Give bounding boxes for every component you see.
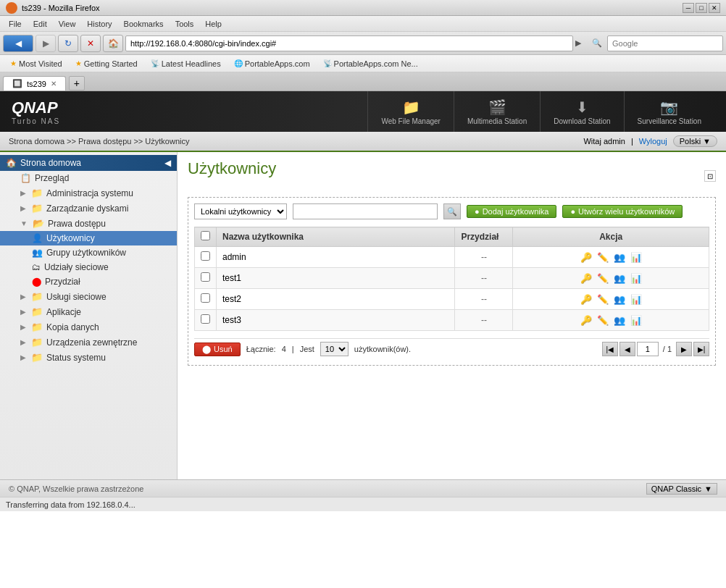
- add-user-btn[interactable]: ● Dodaj użytkownika: [467, 205, 556, 218]
- row-assign-0: --: [455, 247, 513, 268]
- overview-icon: 📋: [20, 173, 31, 183]
- first-page-btn[interactable]: |◀: [602, 342, 618, 356]
- menu-history[interactable]: History: [81, 18, 117, 30]
- action-groups-icon[interactable]: 👥: [612, 271, 627, 285]
- status-bar: Transferring data from 192.168.0.4...: [0, 497, 726, 511]
- menu-tools[interactable]: Tools: [170, 18, 200, 30]
- search-input[interactable]: [293, 203, 438, 219]
- action-groups-icon[interactable]: 👥: [612, 250, 627, 264]
- sidebar-item-access[interactable]: ▼ 📂 Prawa dostępu: [0, 216, 177, 231]
- sidebar-item-disks[interactable]: ▶ 📁 Zarządzanie dyskami: [0, 201, 177, 216]
- nav-surveillance-station[interactable]: 📷 Surveillance Station: [624, 91, 714, 132]
- menu-file[interactable]: File: [3, 18, 28, 30]
- maximize-btn[interactable]: □: [696, 3, 707, 13]
- back-btn[interactable]: ◀: [3, 35, 33, 52]
- delete-label: Usuń: [214, 345, 233, 353]
- sidebar-item-apps[interactable]: ▶ 📁 Aplikacje: [0, 304, 177, 319]
- sidebar-header[interactable]: 🏠 Strona domowa ◀: [0, 155, 177, 171]
- qnap-header: QNAP Turbo NAS 📁 Web File Manager 🎬 Mult…: [0, 91, 726, 132]
- sidebar-item-admin[interactable]: ▶ 📁 Administracja systemu: [0, 185, 177, 201]
- close-btn[interactable]: ✕: [709, 3, 720, 13]
- row-checkbox-0[interactable]: [201, 251, 210, 261]
- row-checkbox-3[interactable]: [201, 314, 210, 324]
- sidebar-item-devices[interactable]: ▶ 📁 Urządzenia zewnętrzne: [0, 335, 177, 350]
- search-btn[interactable]: 🔍: [443, 203, 461, 219]
- menu-help[interactable]: Help: [199, 18, 228, 30]
- action-quota-icon[interactable]: 📊: [629, 250, 643, 264]
- action-edit-icon[interactable]: ✏️: [596, 313, 610, 327]
- overview-label: Przegląd: [35, 173, 69, 183]
- menu-bookmarks[interactable]: Bookmarks: [118, 18, 170, 30]
- reload-btn[interactable]: ↻: [58, 35, 78, 52]
- folder-admin-icon: 📁: [31, 188, 43, 198]
- sidebar-item-shares[interactable]: 🗂 Udziały sieciowe: [0, 260, 177, 274]
- surveillance-station-label: Surveillance Station: [638, 117, 701, 125]
- sidebar-item-status[interactable]: ▶ 📁 Status systemu: [0, 350, 177, 365]
- action-quota-icon[interactable]: 📊: [629, 292, 643, 306]
- content-area: 🏠 Strona domowa ◀ 📋 Przegląd ▶ 📁 Adminis…: [0, 152, 726, 479]
- action-quota-icon[interactable]: 📊: [629, 313, 643, 327]
- minimize-btn[interactable]: ─: [683, 3, 694, 13]
- row-actions-0: 🔑 ✏️ 👥 📊: [513, 247, 709, 268]
- nav-download-station[interactable]: ⬇ Download Station: [540, 91, 623, 132]
- prev-page-btn[interactable]: ◀: [619, 342, 635, 356]
- action-edit-icon[interactable]: ✏️: [596, 250, 610, 264]
- forward-btn[interactable]: ▶: [36, 35, 56, 52]
- row-checkbox-cell: [195, 289, 217, 310]
- url-bar[interactable]: [125, 35, 573, 51]
- next-page-btn[interactable]: ▶: [676, 342, 692, 356]
- logout-link[interactable]: Wyloguj: [639, 137, 667, 146]
- action-edit-icon[interactable]: ✏️: [596, 292, 610, 306]
- row-checkbox-1[interactable]: [201, 272, 210, 282]
- folder-apps-icon: 📁: [31, 306, 43, 317]
- sidebar-item-users[interactable]: 👤 Użytkownicy: [0, 231, 177, 245]
- col-checkbox: [195, 227, 217, 247]
- create-many-btn[interactable]: ● Utwórz wielu użytkowników: [562, 205, 683, 218]
- bookmark-latest-headlines[interactable]: 📡 Latest Headlines: [145, 58, 227, 70]
- tab-close-icon[interactable]: ✕: [51, 80, 57, 88]
- row-checkbox-2[interactable]: [201, 293, 210, 303]
- go-btn[interactable]: ▶: [575, 38, 587, 48]
- bookmark-getting-started[interactable]: ★ Getting Started: [70, 58, 143, 70]
- new-tab-btn[interactable]: +: [69, 76, 85, 91]
- download-station-icon: ⬇: [576, 98, 588, 116]
- filter-select[interactable]: Lokalni użytkownicy: [194, 203, 287, 219]
- browser-menubar: File Edit View History Bookmarks Tools H…: [0, 16, 726, 32]
- bookmark-portableapps[interactable]: 🌐 PortableApps.com: [228, 58, 316, 70]
- theme-btn[interactable]: QNAP Classic ▼: [646, 483, 717, 495]
- action-password-icon[interactable]: 🔑: [579, 271, 593, 285]
- action-groups-icon[interactable]: 👥: [612, 292, 627, 306]
- home-btn[interactable]: 🏠: [103, 35, 123, 52]
- language-btn[interactable]: Polski ▼: [673, 135, 717, 147]
- action-password-icon[interactable]: 🔑: [579, 292, 593, 306]
- table-row: test2 -- 🔑 ✏️ 👥 📊: [195, 289, 709, 310]
- sidebar-collapse-icon[interactable]: ◀: [164, 158, 171, 168]
- stop-btn[interactable]: ✕: [80, 35, 101, 52]
- menu-edit[interactable]: Edit: [28, 18, 53, 30]
- quota-icon: ⬤: [32, 277, 41, 287]
- nav-multimedia-station[interactable]: 🎬 Multimedia Station: [454, 91, 540, 132]
- sidebar-item-quota[interactable]: ⬤ Przydział: [0, 274, 177, 289]
- pagination-controls: |◀ ◀ / 1 ▶ ▶|: [602, 342, 709, 356]
- browser-search[interactable]: [607, 35, 723, 51]
- tab-ts239[interactable]: 🔲 ts239 ✕: [3, 76, 66, 91]
- sidebar-item-network[interactable]: ▶ 📁 Usługi sieciowe: [0, 289, 177, 304]
- action-groups-icon[interactable]: 👥: [612, 313, 627, 327]
- last-page-btn[interactable]: ▶|: [693, 342, 709, 356]
- action-password-icon[interactable]: 🔑: [579, 313, 593, 327]
- sidebar-item-groups[interactable]: 👥 Grupy użytkowników: [0, 245, 177, 260]
- per-page-select[interactable]: 10 25 50: [320, 342, 349, 356]
- bookmark-portableapps2[interactable]: 📡 PortableApps.com Ne...: [317, 58, 424, 70]
- action-quota-icon[interactable]: 📊: [629, 271, 643, 285]
- sidebar-item-backup[interactable]: ▶ 📁 Kopia danych: [0, 319, 177, 335]
- action-password-icon[interactable]: 🔑: [579, 250, 593, 264]
- page-input[interactable]: [637, 342, 659, 356]
- menu-view[interactable]: View: [53, 18, 82, 30]
- action-edit-icon[interactable]: ✏️: [596, 271, 610, 285]
- table-row: test3 -- 🔑 ✏️ 👥 📊: [195, 310, 709, 331]
- nav-web-file-manager[interactable]: 📁 Web File Manager: [367, 91, 454, 132]
- bookmark-most-visited[interactable]: ★ Most Visited: [4, 58, 68, 70]
- sidebar-item-overview[interactable]: 📋 Przegląd: [0, 171, 177, 185]
- select-all-checkbox[interactable]: [201, 231, 210, 240]
- delete-btn[interactable]: ⬤ Usuń: [194, 343, 241, 356]
